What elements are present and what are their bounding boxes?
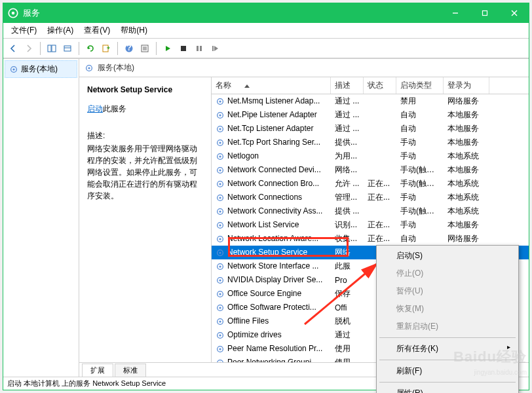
service-row[interactable]: Net.Msmq Listener Adap...通过 ...禁用网络服务 [212, 94, 529, 108]
svg-rect-3 [482, 11, 487, 16]
column-logon-as[interactable]: 登录为 [444, 77, 489, 94]
cell-type: 手动 [396, 219, 444, 231]
detail-view-button[interactable] [60, 41, 75, 56]
gear-icon [216, 358, 225, 362]
pause-service-button[interactable] [192, 41, 206, 56]
export-button[interactable] [99, 41, 113, 56]
cell-name: Network Location Aware... [212, 234, 331, 244]
menu-item[interactable]: 属性(R) [378, 384, 517, 393]
svg-point-32 [219, 141, 221, 143]
menu-item: 暂停(U) [378, 282, 517, 300]
svg-text:?: ? [126, 44, 131, 52]
gear-icon [216, 124, 225, 134]
cell-logon: 本地服务 [444, 109, 489, 121]
cell-logon: 本地服务 [444, 137, 489, 148]
cell-desc: 网络 [331, 247, 364, 258]
service-row[interactable]: Network Connection Bro...允许 ...正在...手动(触… [212, 177, 529, 191]
menu-item[interactable]: 所有任务(K) [378, 340, 517, 358]
service-row[interactable]: Network Location Aware...收集...正在...自动网络服… [212, 232, 529, 246]
toolbar-separator [117, 42, 118, 55]
service-row[interactable]: Network Connections管理...正在...手动本地系统 [212, 191, 529, 204]
tab-standard[interactable]: 标准 [115, 364, 146, 377]
cell-desc: 管理... [331, 192, 364, 203]
column-description[interactable]: 描述 [331, 77, 364, 94]
tab-extended[interactable]: 扩展 [82, 364, 113, 377]
cell-name: Offline Files [212, 316, 331, 326]
back-button[interactable] [6, 41, 20, 56]
gear-icon [216, 345, 225, 354]
restart-service-button[interactable] [208, 41, 222, 56]
gear-icon [216, 234, 225, 244]
cell-desc: 收集... [331, 233, 364, 244]
close-button[interactable] [499, 3, 529, 23]
cell-name: Office Software Protecti... [212, 303, 331, 312]
cell-name: NVIDIA Display Driver Se... [212, 275, 331, 285]
svg-rect-19 [200, 46, 202, 51]
cell-type: 自动 [396, 233, 444, 244]
menu-item[interactable]: 启动(S) [378, 247, 517, 265]
tree-node-services-local[interactable]: 服务(本地) [5, 60, 77, 78]
minimize-button[interactable] [440, 3, 470, 23]
svg-point-62 [219, 348, 221, 350]
menu-separator [379, 360, 516, 360]
svg-point-52 [219, 279, 221, 281]
toolbar: ? [3, 39, 529, 58]
svg-point-1 [12, 12, 15, 15]
start-service-button[interactable] [161, 41, 175, 56]
cell-status: 正在... [364, 219, 396, 231]
cell-name: Net.Tcp Listener Adapter [212, 124, 331, 134]
service-row[interactable]: Net.Tcp Listener Adapter通过 ...自动本地服务 [212, 122, 529, 136]
column-startup-type[interactable]: 启动类型 [396, 77, 444, 94]
forward-button[interactable] [22, 41, 36, 56]
menu-item[interactable]: 刷新(F) [378, 362, 517, 380]
column-status[interactable]: 状态 [364, 77, 396, 94]
svg-rect-17 [181, 46, 186, 51]
cell-logon: 本地服务 [444, 219, 489, 231]
properties-button[interactable] [138, 41, 152, 56]
menu-file[interactable]: 文件(F) [6, 24, 42, 37]
cell-desc: 网络... [331, 164, 364, 176]
maximize-button[interactable] [470, 3, 499, 23]
svg-point-24 [88, 67, 90, 69]
service-row[interactable]: Net.Tcp Port Sharing Ser...提供...手动本地服务 [212, 136, 529, 149]
content-header: 服务(本地) [79, 59, 529, 77]
svg-point-54 [219, 293, 221, 295]
svg-point-58 [219, 320, 221, 322]
service-row[interactable]: Network Connected Devi...网络...手动(触发...本地… [212, 163, 529, 177]
menu-view[interactable]: 查看(V) [79, 24, 115, 37]
cell-type: 手动(触发... [396, 178, 444, 189]
svg-rect-10 [103, 45, 108, 52]
description-pane: Network Setup Service 启动此服务 描述: 网络安装服务用于… [79, 77, 212, 362]
help-button[interactable]: ? [122, 41, 136, 56]
service-row[interactable]: Net.Pipe Listener Adapter通过 ...自动本地服务 [212, 108, 529, 122]
toolbar-separator [40, 42, 41, 55]
column-name[interactable]: 名称 [212, 77, 331, 94]
menu-help[interactable]: 帮助(H) [115, 24, 153, 37]
cell-name: Peer Networking Groupi [212, 358, 331, 362]
cell-name: Office Source Engine [212, 289, 331, 299]
cell-status: 正在... [364, 178, 396, 189]
service-row[interactable]: Network Connectivity Ass...提供 ...手动(触发..… [212, 204, 529, 218]
svg-point-22 [12, 68, 14, 70]
stop-service-button[interactable] [176, 41, 191, 56]
service-row[interactable]: Network List Service识别...正在...手动本地服务 [212, 218, 529, 232]
show-hide-tree-button[interactable] [45, 41, 59, 56]
cell-type: 禁用 [396, 96, 444, 107]
svg-point-64 [219, 362, 221, 362]
content-header-label: 服务(本地) [98, 62, 134, 73]
tree-pane: 服务(本地) [3, 59, 79, 377]
menu-item: 停止(O) [378, 265, 517, 282]
gear-icon [216, 97, 225, 106]
cell-type: 手动 [396, 151, 444, 162]
refresh-button[interactable] [83, 41, 98, 56]
cell-type: 手动(触发... [396, 206, 444, 217]
cell-desc: 使用 [331, 357, 364, 362]
menu-action[interactable]: 操作(A) [42, 24, 79, 37]
start-service-link[interactable]: 启动 [87, 104, 103, 113]
svg-point-30 [219, 128, 221, 130]
cell-name: Net.Pipe Listener Adapter [212, 110, 331, 120]
service-row[interactable]: Netlogon为用...手动本地系统 [212, 149, 529, 163]
cell-desc: 使用 [331, 343, 364, 354]
menu-item: 恢复(M) [378, 300, 517, 318]
gear-icon [216, 248, 225, 257]
